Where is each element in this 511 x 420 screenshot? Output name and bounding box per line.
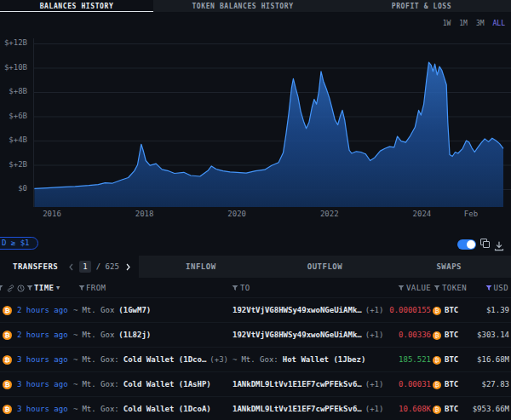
transfers-table-header: TIME ▼ FROM TO VALUE TOKEN USD [0, 278, 511, 298]
usd-filter-chip[interactable]: D ≥ $1 [0, 237, 38, 250]
from-address[interactable]: ~Mt. Gox:Cold Wallet (1DcoA) [73, 397, 211, 420]
filter-icon[interactable] [433, 285, 440, 293]
column-header-token[interactable]: TOKEN [442, 278, 467, 298]
x-axis-tick: 2020 [227, 210, 246, 218]
copy-icon[interactable] [480, 239, 491, 249]
table-row[interactable]: ₿3 hours ago~Mt. Gox:Cold Wallet (1Dco…(… [0, 348, 511, 372]
table-row[interactable]: ₿3 hours ago~Mt. Gox:Cold Wallet (1AsHP)… [0, 372, 511, 397]
usd-value: $1.39 [431, 298, 509, 323]
bitcoin-icon: ₿ [3, 306, 12, 315]
transfer-type-tabs: INFLOW OUTFLOW SWAPS [139, 256, 511, 278]
transfer-time-link[interactable]: 3 hours ago [17, 397, 68, 420]
column-header-usd[interactable]: USD [494, 278, 508, 298]
from-address[interactable]: ~Mt. Gox:Cold Wallet (1Dco…(+3) [73, 348, 228, 372]
table-row[interactable]: ₿3 hours ago~Mt. Gox:Cold Wallet (1DcoA)… [0, 397, 511, 420]
prev-page-icon[interactable] [68, 263, 74, 271]
filter-icon[interactable] [232, 285, 238, 293]
transfers-table-body: ₿2 hours ago~Mt. Gox(1GwM7)192VtVjVG8HWS… [0, 298, 511, 420]
transfer-value: 0.0000155 [341, 298, 431, 323]
from-address[interactable]: ~Mt. Gox(1L82j) [73, 323, 151, 348]
transfer-time-link[interactable]: 3 hours ago [17, 372, 68, 397]
column-header-value[interactable]: VALUE [406, 278, 431, 298]
tilde-icon: ~ [73, 405, 78, 413]
column-header-time[interactable]: TIME [34, 278, 54, 298]
column-header-from[interactable]: FROM [86, 278, 106, 298]
filter-icon-active[interactable] [485, 285, 492, 293]
link-icon[interactable] [7, 285, 14, 294]
next-page-icon[interactable] [125, 263, 131, 271]
current-page: 1 [79, 261, 90, 273]
usd-value: $303.14 [431, 323, 509, 348]
bitcoin-icon: ₿ [3, 355, 12, 365]
tab-outflow[interactable]: OUTFLOW [263, 256, 388, 278]
from-address[interactable]: ~Mt. Gox:Cold Wallet (1AsHP) [73, 372, 211, 397]
tilde-icon: ~ [73, 306, 78, 314]
x-axis-tick: 2016 [43, 210, 61, 218]
bitcoin-icon: ₿ [3, 331, 12, 340]
filter-icon[interactable] [398, 285, 405, 293]
chevron-down-icon[interactable]: ▼ [56, 278, 60, 298]
filter-icon[interactable] [0, 285, 3, 293]
transfer-time-link[interactable]: 3 hours ago [17, 348, 68, 372]
clock-icon[interactable] [17, 285, 25, 294]
balances-history-panel: BALANCES HISTORY TOKEN BALANCES HISTORY … [0, 0, 511, 420]
transfer-value: 10.608K [341, 397, 431, 420]
chart-x-axis: 20162018202020222024Feb [0, 0, 511, 220]
tilde-icon: ~ [233, 355, 237, 364]
transfer-value: 0.00336 [341, 323, 431, 348]
filter-icon[interactable] [78, 285, 85, 293]
from-address[interactable]: ~Mt. Gox(1GwM7) [73, 298, 151, 323]
filter-icon[interactable] [26, 285, 33, 293]
tilde-icon: ~ [73, 331, 78, 339]
transfer-value: 185.521 [341, 348, 431, 372]
x-axis-tick: Feb [464, 210, 478, 218]
transfer-time-link[interactable]: 2 hours ago [17, 323, 68, 348]
transfer-value: 0.00031 [341, 372, 431, 397]
x-axis-tick: 2022 [320, 210, 339, 218]
total-pages: / 625 [96, 262, 119, 271]
usd-value: $16.68M [431, 348, 509, 372]
usd-value: $27.83 [431, 372, 509, 397]
bitcoin-icon: ₿ [3, 380, 12, 389]
bitcoin-icon: ₿ [3, 405, 12, 414]
x-axis-tick: 2024 [413, 210, 432, 218]
tab-transfers-active: TRANSFERS 1 / 625 [0, 256, 139, 278]
download-icon[interactable] [494, 239, 504, 255]
tab-inflow[interactable]: INFLOW [139, 256, 263, 278]
table-row[interactable]: ₿2 hours ago~Mt. Gox(1L82j)192VtVjVG8HWS… [0, 323, 511, 348]
table-row[interactable]: ₿2 hours ago~Mt. Gox(1GwM7)192VtVjVG8HWS… [0, 298, 511, 323]
usd-value: $953.66M [431, 397, 509, 420]
tab-swaps[interactable]: SWAPS [387, 256, 511, 278]
tilde-icon: ~ [73, 355, 78, 364]
x-axis-tick: 2018 [135, 210, 154, 218]
tilde-icon: ~ [73, 380, 78, 388]
tab-transfers[interactable]: TRANSFERS [13, 262, 58, 271]
column-header-to[interactable]: TO [240, 278, 250, 298]
transfers-tab-bar: TRANSFERS 1 / 625 INFLOW OUTFLOW SWAPS [0, 256, 511, 278]
chart-toggle[interactable] [457, 239, 476, 250]
transfer-time-link[interactable]: 2 hours ago [17, 298, 68, 323]
toggle-knob [467, 240, 475, 249]
